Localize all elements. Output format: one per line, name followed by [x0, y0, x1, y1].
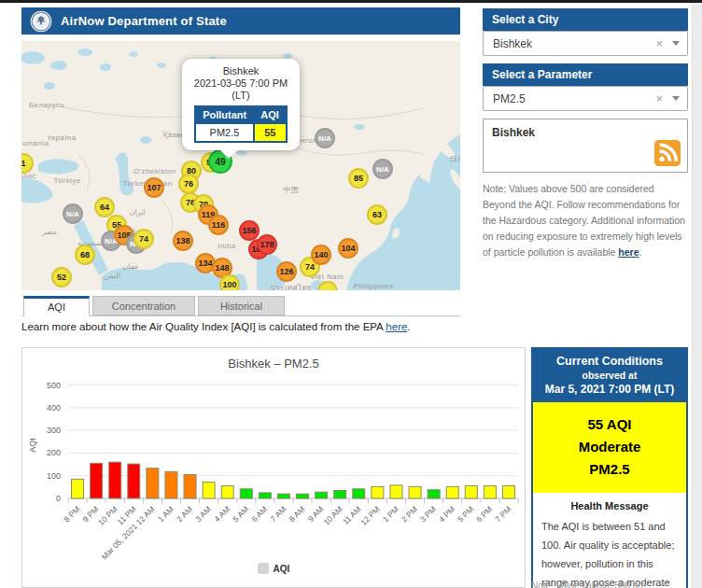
chart-bar [91, 463, 103, 498]
x-tick-label: 5 PM [456, 504, 475, 524]
chart-bar [277, 494, 289, 498]
chart-bar [484, 486, 496, 498]
chart-bar [259, 493, 271, 498]
x-tick-label: 6 PM [474, 504, 494, 524]
cc-aqi-value: 55 AQI [535, 413, 684, 436]
map-marker[interactable]: N/A [315, 128, 335, 148]
cc-pollutant: PM2.5 [535, 458, 684, 481]
map-marker[interactable]: 178 [257, 234, 277, 255]
tab-aqi[interactable]: AQI [23, 296, 90, 316]
chart-bar [502, 486, 514, 498]
map-country-label: اليمن [104, 272, 120, 280]
map-marker[interactable]: 138 [173, 231, 193, 251]
dos-seal-logo [30, 10, 52, 33]
map-marker[interactable]: 74 [133, 229, 154, 249]
chart-bar [409, 486, 421, 498]
x-tick-label: 2 AM [175, 504, 194, 524]
map-marker[interactable]: 126 [276, 261, 297, 282]
map-marker[interactable]: 107 [144, 177, 164, 198]
rss-city-label: Bishkek [492, 126, 687, 139]
city-select-value: Bishkek [493, 37, 652, 50]
chart-bar [72, 479, 84, 498]
city-clear-icon[interactable]: × [652, 36, 667, 50]
city-caret-icon[interactable] [672, 41, 680, 46]
rss-box: Bishkek [483, 119, 688, 173]
y-tick-label: 200 [47, 448, 61, 457]
rss-icon[interactable] [654, 140, 681, 166]
health-message-title: Health Message [541, 500, 678, 511]
tab-concentration[interactable]: Concentration [92, 296, 195, 315]
health-message: Health Message The AQI is between 51 and… [533, 493, 686, 588]
chart-bar [353, 489, 365, 498]
chart-bar [465, 485, 477, 498]
current-conditions-panel: Current Conditions observed at Mar 5, 20… [531, 347, 688, 588]
chart-bar [165, 471, 177, 498]
parameter-select[interactable]: PM2.5 × [483, 86, 688, 111]
chart-bar [334, 490, 346, 498]
aqi-chart: Bishkek – PM2.5 01002003004005008 PM9 PM… [21, 347, 526, 588]
chart-plot: 01002003004005008 PM9 PM10 PM11 PMMar 05… [22, 348, 525, 587]
x-tick-label: 4 AM [212, 504, 232, 524]
map-marker[interactable]: 116 [208, 215, 229, 235]
chart-bar [240, 489, 252, 498]
map-country-label: مصر [42, 228, 57, 236]
city-select[interactable]: Bishkek × [483, 31, 688, 56]
map-marker[interactable]: 104 [338, 238, 358, 259]
x-tick-label: 2 PM [400, 504, 419, 524]
learn-more-text: Learn more about how the Air Quality Ind… [21, 321, 460, 332]
chart-legend[interactable]: AQI [22, 563, 525, 574]
chart-bar [390, 485, 402, 498]
cc-note-partial: Note: Values above 500 are considered Be… [531, 580, 690, 588]
x-tick-label: 3 AM [193, 504, 213, 524]
health-message-text: The AQI is between 51 and 100. Air quali… [541, 517, 678, 588]
map-marker[interactable]: 100 [219, 274, 240, 290]
parameter-caret-icon[interactable] [672, 96, 680, 101]
map-marker[interactable]: 64 [94, 197, 115, 217]
chart-bar [203, 483, 215, 498]
map-marker[interactable]: 63 [367, 204, 387, 225]
cc-observed-at: observed at [535, 370, 684, 381]
chart-bar [221, 486, 233, 498]
map[interactable]: БеларусьУкраїнаomaniaҚазақстанTürkiyeΕλλ… [21, 41, 460, 290]
legend-symbol [258, 563, 269, 574]
map-country-label: Беларусь [29, 101, 64, 109]
x-tick-label: 10 PM [96, 504, 119, 526]
learn-more-before: Learn more about how the Air Quality Ind… [21, 321, 386, 332]
note-here-link[interactable]: here [618, 246, 639, 258]
map-popup: Bishkek 2021-03-05 7:00 PM (LT) Pollutan… [182, 59, 300, 150]
map-marker[interactable]: 68 [75, 245, 95, 265]
scrollbar[interactable] [692, 3, 702, 588]
chart-bar [428, 490, 440, 498]
epa-link[interactable]: here [386, 321, 407, 332]
parameter-clear-icon[interactable]: × [652, 91, 667, 105]
tab-historical[interactable]: Historical [198, 296, 285, 315]
map-marker[interactable]: 140 [311, 245, 331, 265]
map-country-label: Україна [47, 133, 76, 142]
x-tick-label: 4 PM [437, 504, 456, 524]
x-tick-label: 8 AM [288, 504, 307, 524]
x-tick-label: 7 PM [493, 504, 512, 524]
app-title: AirNow Department of State [61, 14, 227, 28]
current-conditions-header: Current Conditions observed at Mar 5, 20… [533, 349, 686, 402]
y-tick-label: 0 [56, 494, 61, 503]
note-before: Note: Values above 500 are considered Be… [483, 183, 685, 258]
app-header: AirNow Department of State [21, 7, 460, 35]
view-tabs: AQIConcentrationHistorical [21, 296, 460, 316]
parameter-select-value: PM2.5 [493, 92, 652, 105]
popup-pollutant-value: PM2.5 [195, 123, 254, 142]
map-country-label: ايران [130, 208, 146, 217]
map-country-label: عمان [122, 262, 139, 271]
map-marker[interactable]: 76 [178, 174, 199, 194]
map-marker[interactable]: 52 [51, 267, 72, 287]
map-marker[interactable]: N/A [372, 159, 393, 179]
map-country-label: 日本 [450, 154, 460, 164]
chart-bar [184, 474, 196, 498]
learn-more-after: . [407, 321, 410, 332]
map-country-label: Philippines [353, 282, 393, 290]
y-tick-label: 100 [47, 471, 61, 481]
chart-bar [372, 486, 384, 498]
map-marker[interactable]: N/A [63, 203, 83, 224]
map-marker[interactable]: 156 [239, 220, 260, 241]
map-marker[interactable]: 85 [348, 168, 369, 189]
y-tick-label: 400 [47, 403, 61, 413]
